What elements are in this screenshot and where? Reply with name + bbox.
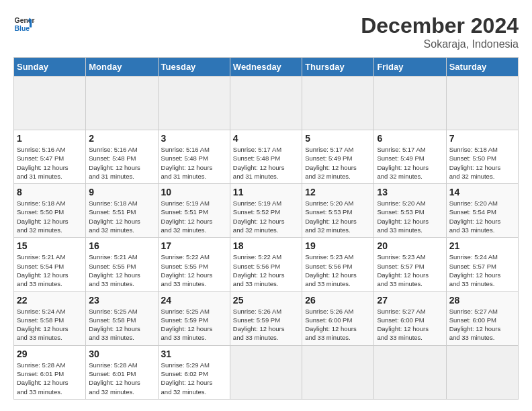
day-info: Sunrise: 5:28 AM Sunset: 6:01 PM Dayligh… xyxy=(89,361,154,396)
day-info: Sunrise: 5:16 AM Sunset: 5:47 PM Dayligh… xyxy=(17,145,83,181)
day-number: 8 xyxy=(17,187,83,197)
calendar-cell: 10Sunrise: 5:19 AM Sunset: 5:51 PM Dayli… xyxy=(158,184,230,238)
column-header-thursday: Thursday xyxy=(302,58,374,77)
day-info: Sunrise: 5:21 AM Sunset: 5:54 PM Dayligh… xyxy=(17,253,83,288)
calendar-cell xyxy=(158,77,230,130)
day-number: 20 xyxy=(377,240,443,251)
day-info: Sunrise: 5:17 AM Sunset: 5:48 PM Dayligh… xyxy=(233,145,299,181)
day-number: 16 xyxy=(89,240,154,251)
day-info: Sunrise: 5:17 AM Sunset: 5:49 PM Dayligh… xyxy=(305,145,371,181)
calendar-cell: 2Sunrise: 5:16 AM Sunset: 5:48 PM Daylig… xyxy=(86,130,158,184)
day-number: 6 xyxy=(377,133,443,144)
calendar-cell xyxy=(230,345,302,399)
calendar-cell: 29Sunrise: 5:28 AM Sunset: 6:01 PM Dayli… xyxy=(14,345,86,399)
day-info: Sunrise: 5:27 AM Sunset: 6:00 PM Dayligh… xyxy=(377,307,443,342)
calendar-cell: 9Sunrise: 5:18 AM Sunset: 5:51 PM Daylig… xyxy=(86,184,158,238)
calendar-cell: 1Sunrise: 5:16 AM Sunset: 5:47 PM Daylig… xyxy=(14,130,86,184)
day-info: Sunrise: 5:22 AM Sunset: 5:55 PM Dayligh… xyxy=(161,253,227,288)
day-number: 5 xyxy=(305,133,371,144)
day-info: Sunrise: 5:29 AM Sunset: 6:02 PM Dayligh… xyxy=(161,361,227,396)
week-row-2: 8Sunrise: 5:18 AM Sunset: 5:50 PM Daylig… xyxy=(14,184,519,238)
day-number: 18 xyxy=(233,240,299,251)
week-row-3: 15Sunrise: 5:21 AM Sunset: 5:54 PM Dayli… xyxy=(14,238,519,291)
day-info: Sunrise: 5:28 AM Sunset: 6:01 PM Dayligh… xyxy=(17,361,83,396)
calendar-cell xyxy=(374,77,446,130)
calendar-cell: 27Sunrise: 5:27 AM Sunset: 6:00 PM Dayli… xyxy=(374,291,446,345)
day-number: 13 xyxy=(377,187,443,197)
day-info: Sunrise: 5:21 AM Sunset: 5:55 PM Dayligh… xyxy=(89,253,154,288)
calendar-cell: 8Sunrise: 5:18 AM Sunset: 5:50 PM Daylig… xyxy=(14,184,86,238)
week-row-1: 1Sunrise: 5:16 AM Sunset: 5:47 PM Daylig… xyxy=(14,130,519,184)
day-info: Sunrise: 5:23 AM Sunset: 5:56 PM Dayligh… xyxy=(305,253,371,288)
day-number: 11 xyxy=(233,187,299,197)
column-header-sunday: Sunday xyxy=(14,58,86,77)
column-header-wednesday: Wednesday xyxy=(230,58,302,77)
calendar-cell xyxy=(446,345,518,399)
calendar-cell: 24Sunrise: 5:25 AM Sunset: 5:59 PM Dayli… xyxy=(158,291,230,345)
location-subtitle: Sokaraja, Indonesia xyxy=(361,38,519,50)
calendar-cell xyxy=(302,345,374,399)
day-number: 14 xyxy=(449,187,515,197)
day-number: 25 xyxy=(233,295,299,306)
day-info: Sunrise: 5:18 AM Sunset: 5:50 PM Dayligh… xyxy=(17,199,83,234)
day-info: Sunrise: 5:22 AM Sunset: 5:56 PM Dayligh… xyxy=(233,253,299,288)
day-number: 1 xyxy=(17,133,83,144)
calendar-cell: 31Sunrise: 5:29 AM Sunset: 6:02 PM Dayli… xyxy=(158,345,230,399)
calendar-cell: 13Sunrise: 5:20 AM Sunset: 5:53 PM Dayli… xyxy=(374,184,446,238)
day-info: Sunrise: 5:20 AM Sunset: 5:53 PM Dayligh… xyxy=(377,199,443,234)
calendar-cell: 5Sunrise: 5:17 AM Sunset: 5:49 PM Daylig… xyxy=(302,130,374,184)
calendar-cell: 17Sunrise: 5:22 AM Sunset: 5:55 PM Dayli… xyxy=(158,238,230,291)
day-info: Sunrise: 5:16 AM Sunset: 5:48 PM Dayligh… xyxy=(161,145,227,181)
week-row-5: 29Sunrise: 5:28 AM Sunset: 6:01 PM Dayli… xyxy=(14,345,519,399)
calendar-cell: 12Sunrise: 5:20 AM Sunset: 5:53 PM Dayli… xyxy=(302,184,374,238)
calendar-header-row: SundayMondayTuesdayWednesdayThursdayFrid… xyxy=(14,58,519,77)
calendar-cell: 30Sunrise: 5:28 AM Sunset: 6:01 PM Dayli… xyxy=(86,345,158,399)
calendar-cell xyxy=(14,77,86,130)
day-info: Sunrise: 5:19 AM Sunset: 5:51 PM Dayligh… xyxy=(161,199,227,234)
day-number: 12 xyxy=(305,187,371,197)
logo-icon: General Blue xyxy=(13,13,35,35)
column-header-tuesday: Tuesday xyxy=(158,58,230,77)
calendar-cell: 6Sunrise: 5:17 AM Sunset: 5:49 PM Daylig… xyxy=(374,130,446,184)
month-title: December 2024 xyxy=(361,13,519,38)
day-number: 30 xyxy=(89,349,154,359)
day-number: 23 xyxy=(89,295,154,306)
calendar-cell: 22Sunrise: 5:24 AM Sunset: 5:58 PM Dayli… xyxy=(14,291,86,345)
day-number: 21 xyxy=(449,240,515,251)
calendar-cell xyxy=(374,345,446,399)
day-info: Sunrise: 5:24 AM Sunset: 5:58 PM Dayligh… xyxy=(17,307,83,342)
calendar-cell: 7Sunrise: 5:18 AM Sunset: 5:50 PM Daylig… xyxy=(446,130,518,184)
day-info: Sunrise: 5:26 AM Sunset: 6:00 PM Dayligh… xyxy=(305,307,371,342)
day-info: Sunrise: 5:25 AM Sunset: 5:58 PM Dayligh… xyxy=(89,307,154,342)
calendar-cell xyxy=(446,77,518,130)
day-info: Sunrise: 5:23 AM Sunset: 5:57 PM Dayligh… xyxy=(377,253,443,288)
calendar-cell: 21Sunrise: 5:24 AM Sunset: 5:57 PM Dayli… xyxy=(446,238,518,291)
day-number: 10 xyxy=(161,187,227,197)
day-info: Sunrise: 5:20 AM Sunset: 5:54 PM Dayligh… xyxy=(449,199,515,234)
day-info: Sunrise: 5:16 AM Sunset: 5:48 PM Dayligh… xyxy=(89,145,154,181)
day-info: Sunrise: 5:20 AM Sunset: 5:53 PM Dayligh… xyxy=(305,199,371,234)
day-info: Sunrise: 5:19 AM Sunset: 5:52 PM Dayligh… xyxy=(233,199,299,234)
day-info: Sunrise: 5:27 AM Sunset: 6:00 PM Dayligh… xyxy=(449,307,515,342)
calendar-cell: 15Sunrise: 5:21 AM Sunset: 5:54 PM Dayli… xyxy=(14,238,86,291)
week-row-4: 22Sunrise: 5:24 AM Sunset: 5:58 PM Dayli… xyxy=(14,291,519,345)
day-info: Sunrise: 5:25 AM Sunset: 5:59 PM Dayligh… xyxy=(161,307,227,342)
day-info: Sunrise: 5:26 AM Sunset: 5:59 PM Dayligh… xyxy=(233,307,299,342)
header: General Blue December 2024 Sokaraja, Ind… xyxy=(13,13,519,50)
calendar-cell: 3Sunrise: 5:16 AM Sunset: 5:48 PM Daylig… xyxy=(158,130,230,184)
calendar-cell: 19Sunrise: 5:23 AM Sunset: 5:56 PM Dayli… xyxy=(302,238,374,291)
day-number: 28 xyxy=(449,295,515,306)
calendar-cell xyxy=(302,77,374,130)
day-number: 7 xyxy=(449,133,515,144)
day-number: 4 xyxy=(233,133,299,144)
week-row-0 xyxy=(14,77,519,130)
day-number: 15 xyxy=(17,240,83,251)
svg-text:Blue: Blue xyxy=(15,25,30,32)
day-number: 24 xyxy=(161,295,227,306)
calendar-cell: 23Sunrise: 5:25 AM Sunset: 5:58 PM Dayli… xyxy=(86,291,158,345)
calendar-cell: 20Sunrise: 5:23 AM Sunset: 5:57 PM Dayli… xyxy=(374,238,446,291)
calendar-cell: 11Sunrise: 5:19 AM Sunset: 5:52 PM Dayli… xyxy=(230,184,302,238)
day-number: 9 xyxy=(89,187,154,197)
calendar-cell xyxy=(86,77,158,130)
day-info: Sunrise: 5:18 AM Sunset: 5:50 PM Dayligh… xyxy=(449,145,515,181)
